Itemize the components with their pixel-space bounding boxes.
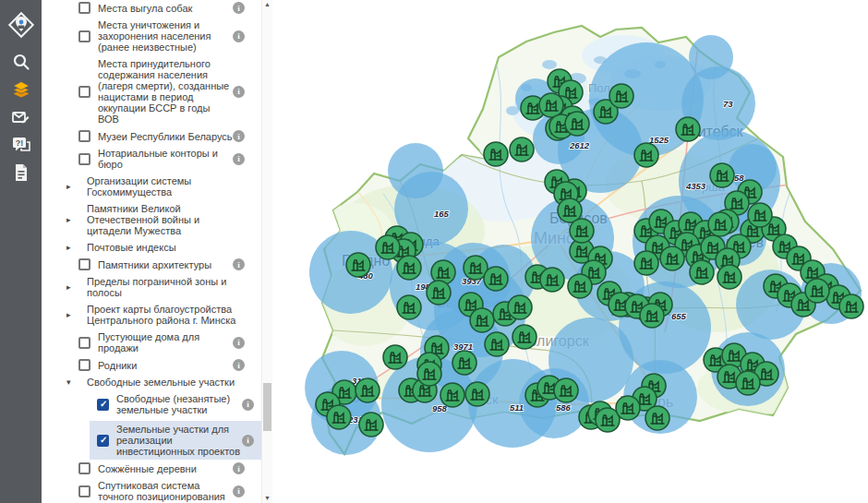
land-plot-marker[interactable] [510, 138, 534, 162]
info-icon[interactable]: i [242, 399, 254, 411]
land-plot-marker[interactable] [690, 260, 714, 284]
layer-checkbox[interactable] [78, 485, 90, 497]
land-plot-marker[interactable] [452, 351, 476, 375]
land-plot-marker[interactable] [470, 308, 494, 332]
layer-checkbox[interactable] [78, 153, 90, 165]
layer-item[interactable]: Пустующие дома для продажиi [42, 331, 272, 353]
layer-checkbox[interactable] [97, 435, 109, 447]
land-plot-marker[interactable] [634, 143, 658, 167]
layer-item[interactable]: ▾Свободные земельные участки [42, 377, 272, 388]
panel-scrollbar[interactable]: ▲ ▼ [261, 0, 272, 503]
layer-checkbox[interactable] [97, 399, 109, 411]
land-plot-marker[interactable] [397, 256, 421, 280]
layer-item[interactable]: Земельные участки для реализации инвести… [90, 421, 272, 460]
land-plot-marker[interactable] [376, 235, 400, 259]
layer-item[interactable]: Родникиi [42, 359, 272, 371]
layer-checkbox[interactable] [78, 337, 90, 349]
land-plot-marker[interactable] [417, 362, 441, 386]
expand-arrow-icon[interactable]: ▸ [66, 282, 79, 292]
land-plot-marker[interactable] [676, 117, 700, 141]
land-plot-marker[interactable] [736, 371, 760, 395]
layer-checkbox[interactable] [78, 2, 90, 14]
expand-arrow-icon[interactable]: ▸ [66, 243, 79, 252]
layer-item[interactable]: Сожжённые деревниi [42, 462, 272, 474]
layer-item[interactable]: ▸Пределы пограничной зоны и полосы [42, 276, 272, 298]
land-plot-marker[interactable] [484, 267, 508, 291]
layer-item[interactable]: Места принудительного содержания населен… [42, 58, 272, 125]
land-plot-marker[interactable] [508, 295, 532, 319]
land-plot-marker[interactable] [710, 163, 734, 187]
land-plot-marker[interactable] [554, 378, 578, 402]
land-plot-marker[interactable] [327, 405, 351, 429]
land-plot-marker[interactable] [346, 253, 370, 277]
land-plot-marker[interactable] [465, 382, 489, 406]
layer-checkbox[interactable] [78, 258, 90, 270]
land-plot-marker[interactable] [540, 268, 564, 292]
layer-item[interactable]: Спутниковая система точного позициониров… [42, 480, 272, 502]
info-icon[interactable]: i [233, 2, 245, 14]
document-icon[interactable] [0, 159, 42, 186]
layers-icon[interactable] [0, 76, 42, 103]
info-icon[interactable]: i [233, 86, 245, 98]
scroll-down-icon[interactable]: ▼ [262, 494, 272, 503]
layer-item[interactable]: Свободные (незанятые) земельные участкиi [90, 393, 272, 415]
layer-item[interactable]: ▸Памятники Великой Отечественной войны и… [42, 203, 272, 236]
land-plot-marker[interactable] [568, 274, 592, 298]
layer-item[interactable]: Памятники архитектурыi [42, 258, 272, 270]
layer-checkbox[interactable] [78, 359, 90, 371]
land-plot-marker[interactable] [717, 265, 741, 289]
land-plot-marker[interactable] [839, 294, 863, 318]
info-icon[interactable]: i [233, 462, 245, 474]
info-icon[interactable]: i [233, 485, 245, 497]
expand-arrow-icon[interactable]: ▸ [66, 182, 79, 191]
info-icon[interactable]: i [233, 153, 245, 165]
land-plot-marker[interactable] [634, 251, 658, 275]
info-icon[interactable]: i [242, 435, 254, 447]
land-plot-marker[interactable] [397, 295, 421, 319]
layer-checkbox[interactable] [78, 30, 90, 42]
land-plot-marker[interactable] [660, 246, 684, 270]
land-plot-marker[interactable] [440, 383, 464, 407]
land-plot-marker[interactable] [805, 279, 829, 303]
land-plot-marker[interactable] [645, 406, 669, 430]
layer-item[interactable]: ▸Проект карты благоустройства Центрально… [42, 304, 272, 326]
map-canvas[interactable]: ПолоцкВитебскОршаБорисовМинскМогилёвГрод… [272, 0, 868, 503]
land-plot-marker[interactable] [484, 142, 508, 166]
land-plot-marker[interactable] [565, 112, 589, 136]
scroll-up-icon[interactable]: ▲ [262, 0, 272, 9]
land-plot-marker[interactable] [616, 396, 640, 420]
land-plot-marker[interactable] [570, 219, 594, 243]
layer-checkbox[interactable] [78, 462, 90, 474]
layer-item[interactable]: Нотариальные конторы и бюроi [42, 148, 272, 170]
layer-item[interactable]: ▸Почтовые индексы [42, 242, 272, 253]
search-icon[interactable] [0, 48, 42, 76]
info-icon[interactable]: i [233, 30, 245, 42]
layer-item[interactable]: ▸Организации системы Госкомимущества [42, 175, 272, 198]
info-icon[interactable]: i [233, 359, 245, 371]
expand-arrow-icon[interactable]: ▸ [66, 215, 79, 224]
layer-checkbox[interactable] [78, 86, 90, 98]
layer-item[interactable]: Места уничтожения и захоронения населени… [42, 19, 272, 53]
info-icon[interactable]: i [233, 337, 245, 349]
land-plot-marker[interactable] [748, 203, 772, 227]
land-plot-marker[interactable] [485, 332, 509, 356]
land-plot-marker[interactable] [640, 304, 664, 328]
feedback-envelope-icon[interactable] [0, 103, 42, 131]
portal-logo-icon[interactable] [0, 2, 42, 48]
faq-chat-icon[interactable]: ?! [0, 131, 42, 159]
info-icon[interactable]: i [233, 258, 245, 270]
layer-checkbox[interactable] [78, 130, 90, 142]
land-plot-marker[interactable] [356, 378, 380, 402]
expand-arrow-icon[interactable]: ▸ [66, 310, 79, 319]
land-plot-marker[interactable] [708, 212, 732, 236]
land-plot-marker[interactable] [512, 325, 536, 349]
land-plot-marker[interactable] [383, 345, 407, 369]
land-plot-marker[interactable] [609, 84, 633, 108]
land-plot-marker[interactable] [359, 413, 383, 437]
land-plot-marker[interactable] [427, 281, 451, 305]
info-icon[interactable]: i [233, 130, 245, 142]
scrollbar-thumb[interactable] [263, 383, 271, 431]
layer-item[interactable]: Музеи Республики Беларусьi [42, 130, 272, 142]
layer-item[interactable]: Места выгула собакi [42, 2, 272, 14]
collapse-arrow-icon[interactable]: ▾ [66, 377, 79, 387]
